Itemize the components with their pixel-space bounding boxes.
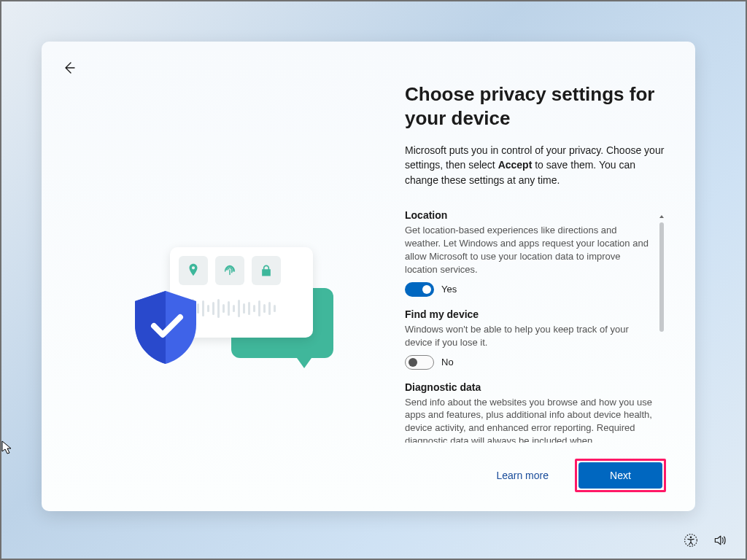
next-button-highlight: Next [575, 459, 666, 492]
location-pin-icon [179, 256, 208, 285]
toggle-state-label: No [441, 357, 454, 368]
settings-scroll-region[interactable]: Location Get location-based experiences … [405, 209, 666, 443]
lock-icon [252, 256, 281, 285]
illustration-pane [42, 42, 392, 511]
page-subtitle: Microsoft puts you in control of your pr… [405, 143, 666, 187]
location-toggle[interactable] [405, 282, 434, 297]
scrollbar[interactable] [657, 212, 666, 443]
shield-check-icon [129, 288, 202, 367]
page-title: Choose privacy settings for your device [405, 82, 666, 130]
volume-icon[interactable] [712, 532, 728, 548]
find-my-device-toggle[interactable] [405, 355, 434, 370]
setting-description: Send info about the websites you browse … [405, 396, 653, 443]
setting-description: Windows won't be able to help you keep t… [405, 323, 653, 349]
taskbar-tray [683, 532, 728, 548]
setting-find-my-device: Find my device Windows won't be able to … [405, 308, 653, 370]
content-pane: Choose privacy settings for your device … [392, 42, 695, 511]
setting-title: Find my device [405, 308, 653, 320]
fingerprint-icon [215, 256, 244, 285]
dialog-footer: Learn more Next [405, 443, 666, 511]
accessibility-icon[interactable] [683, 532, 699, 548]
setting-location: Location Get location-based experiences … [405, 209, 653, 297]
scroll-up-icon[interactable] [657, 212, 666, 221]
scrollbar-thumb[interactable] [659, 222, 664, 332]
cursor-icon [1, 440, 13, 458]
setting-diagnostic-data: Diagnostic data Send info about the webs… [405, 381, 653, 443]
privacy-illustration [129, 231, 333, 384]
svg-point-1 [690, 537, 692, 539]
next-button[interactable]: Next [578, 462, 662, 489]
privacy-settings-dialog: Choose privacy settings for your device … [42, 42, 695, 511]
setting-title: Diagnostic data [405, 381, 653, 393]
setting-title: Location [405, 209, 653, 221]
scroll-down-icon[interactable] [657, 440, 666, 443]
toggle-state-label: Yes [441, 284, 457, 295]
setting-description: Get location-based experiences like dire… [405, 224, 653, 276]
learn-more-link[interactable]: Learn more [496, 470, 549, 481]
